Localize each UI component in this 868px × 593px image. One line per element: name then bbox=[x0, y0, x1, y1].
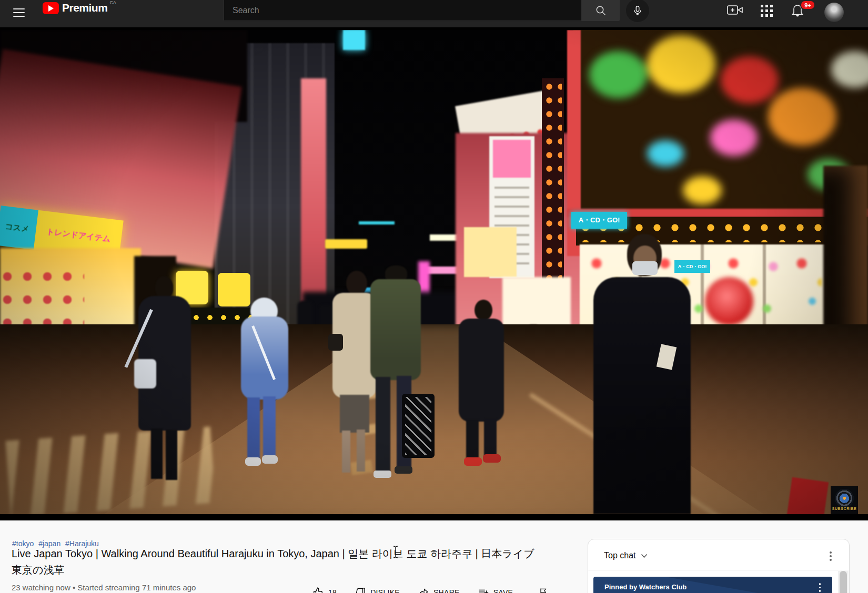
apps-grid-button[interactable] bbox=[760, 4, 773, 19]
live-chat-panel: Top chat Pinned by Watchers Club bbox=[588, 539, 850, 593]
apps-grid-icon bbox=[760, 4, 773, 17]
create-video-button[interactable] bbox=[727, 5, 743, 18]
share-button[interactable]: SHARE bbox=[418, 587, 460, 593]
search-button[interactable] bbox=[582, 0, 620, 21]
channel-watermark-subscribe[interactable]: SUBSCRIBE bbox=[831, 486, 858, 514]
video-frame: コスメ トレンドアイテム bbox=[0, 30, 868, 514]
eye-logo bbox=[833, 487, 856, 507]
create-video-icon bbox=[727, 5, 743, 16]
like-count: 18 bbox=[328, 588, 337, 593]
voice-search-button[interactable] bbox=[626, 0, 649, 22]
youtube-premium-logo[interactable]: Premium CA bbox=[43, 2, 116, 14]
avatar[interactable] bbox=[824, 3, 844, 22]
youtube-play-icon bbox=[43, 2, 59, 14]
logo-region-code: CA bbox=[109, 0, 116, 5]
top-navigation-bar: Premium CA bbox=[0, 0, 868, 27]
chat-scrollbar-track bbox=[838, 571, 849, 593]
notification-count-badge: 9+ bbox=[800, 0, 815, 10]
action-buttons-row: 18 DISLIKE SHARE SAVE bbox=[312, 587, 549, 593]
share-icon bbox=[418, 587, 429, 593]
video-player[interactable]: コスメ トレンドアイテム bbox=[0, 27, 868, 520]
chat-mode-dropdown[interactable]: Top chat bbox=[604, 551, 648, 560]
chat-mode-label: Top chat bbox=[604, 551, 635, 560]
watching-stats: 23 watching now • Started streaming 71 m… bbox=[12, 583, 196, 592]
share-label: SHARE bbox=[433, 588, 460, 593]
search-input[interactable] bbox=[224, 0, 582, 21]
search-icon bbox=[595, 5, 607, 16]
chat-scrollbar-thumb[interactable] bbox=[840, 571, 847, 593]
save-label: SAVE bbox=[493, 588, 513, 593]
watermark-label: SUBSCRIBE bbox=[831, 507, 858, 510]
like-button[interactable]: 18 bbox=[312, 587, 337, 593]
pinned-message-bar[interactable]: Pinned by Watchers Club bbox=[593, 577, 832, 593]
chevron-down-icon bbox=[641, 554, 648, 558]
save-button[interactable]: SAVE bbox=[478, 587, 513, 593]
menu-icon[interactable] bbox=[13, 6, 25, 19]
microphone-icon bbox=[632, 5, 643, 16]
save-playlist-icon bbox=[478, 587, 489, 593]
dislike-label: DISLIKE bbox=[370, 588, 400, 593]
chat-header-divider bbox=[588, 570, 849, 570]
pinned-message-label: Pinned by Watchers Club bbox=[604, 583, 687, 591]
flag-icon bbox=[538, 587, 549, 593]
scene-vignette bbox=[0, 30, 868, 514]
thumbs-down-icon bbox=[355, 587, 366, 593]
logo-wordmark: Premium bbox=[62, 2, 107, 14]
dislike-button[interactable]: DISLIKE bbox=[355, 587, 400, 593]
youtube-watch-page: Premium CA bbox=[0, 0, 868, 593]
pinned-menu-button[interactable] bbox=[819, 581, 821, 593]
video-title: Live Japan Tokyo | Walking Around Beauti… bbox=[12, 546, 544, 578]
thumbs-up-icon bbox=[312, 587, 324, 593]
mouse-cursor bbox=[391, 545, 400, 559]
chat-menu-button[interactable] bbox=[830, 550, 832, 563]
report-button[interactable] bbox=[538, 587, 549, 593]
